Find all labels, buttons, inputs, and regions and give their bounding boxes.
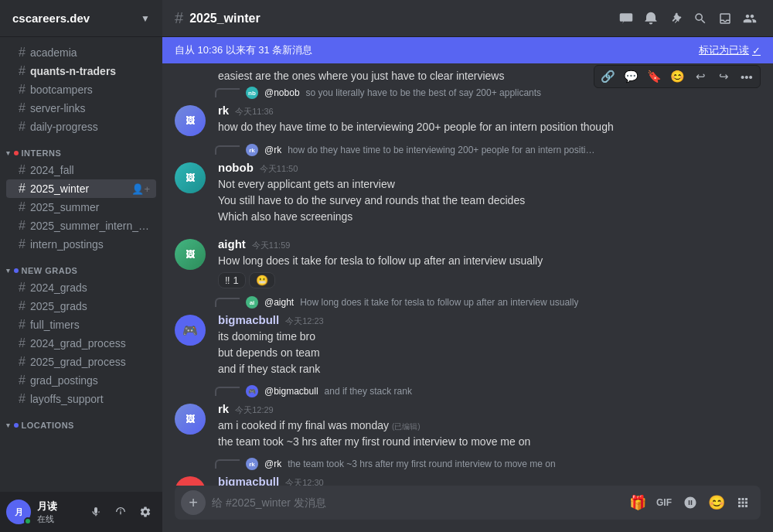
channel-name: intern_postings <box>30 238 150 251</box>
message-group-rk-2: 🖼 rk 今天12:29 am i cooked if my final was… <box>162 401 773 456</box>
hash-icon: # <box>19 182 26 196</box>
category-arrow-icon: ▾ <box>6 267 11 275</box>
mark-as-read-button[interactable]: 标记为已读 ✓ <box>699 43 761 57</box>
members-button[interactable] <box>739 8 761 29</box>
bookmark-button[interactable]: 🔖 <box>642 66 666 87</box>
avatar-rk-2: 🖼 <box>175 404 206 435</box>
message-time: 今天12:30 <box>285 477 324 486</box>
message-text-1: Not every applicant gets an interview <box>218 176 761 193</box>
avatar-img: 🖼 <box>186 249 195 260</box>
reaction-grimace[interactable]: 😬 <box>249 272 275 288</box>
message-text: how do they have time to be interviewing… <box>218 119 761 135</box>
sidebar-item-2025_grad_process[interactable]: # 2025_grad_process <box>6 353 156 371</box>
reply-line-icon <box>215 387 240 396</box>
message-header: rk 今天11:36 <box>218 104 761 118</box>
sidebar-item-server-links[interactable]: # server-links <box>6 99 156 118</box>
hash-icon: # <box>19 163 26 177</box>
reply-context-nobob: rk @rk how do they have time to be inter… <box>162 142 773 159</box>
reply-line-bigmacbull-2: rk @rk the team took ~3 hrs after my fir… <box>162 458 773 470</box>
hash-icon: # <box>19 336 26 350</box>
message-group-bigmacbull-2: B bigmacbull 今天12:30 <box>162 473 773 486</box>
settings-button[interactable] <box>135 501 156 523</box>
threads-button[interactable] <box>615 8 637 29</box>
gif-button[interactable]: GIF <box>652 491 676 514</box>
search-button[interactable] <box>690 8 711 29</box>
message-input[interactable] <box>212 489 620 517</box>
sidebar-item-2024_grad_process[interactable]: # 2024_grad_process <box>6 334 156 353</box>
sidebar-item-quants-n-traders[interactable]: # quants-n-traders <box>6 62 156 80</box>
reaction-count: 1 <box>233 275 239 286</box>
channel-header: # 2025_winter <box>162 0 773 37</box>
category-locations[interactable]: ▾ LOCATIONS <box>0 408 162 433</box>
reply-context-bigmacbull-2: rk @rk the team took ~3 hrs after my fir… <box>162 456 773 473</box>
add-member-icon[interactable]: 👤+ <box>131 183 150 195</box>
gift-button[interactable]: 🎁 <box>626 491 649 514</box>
sidebar-item-full_timers[interactable]: # full_timers <box>6 315 156 334</box>
sidebar-item-intern_postings[interactable]: # intern_postings <box>6 235 156 254</box>
emoji-button[interactable]: 💬 <box>619 66 642 87</box>
reply-username: @bigmacbull <box>264 386 318 397</box>
server-chevron-icon: ▼ <box>141 13 150 24</box>
channel-name: 2024_grads <box>30 281 150 294</box>
sidebar-item-2024_fall[interactable]: # 2024_fall <box>6 161 156 179</box>
reply-avatar: rk <box>246 458 258 470</box>
reply-line-bigmacbull: ai @aight How long does it take for tesl… <box>162 296 773 309</box>
avatar-img: 🖼 <box>186 115 195 126</box>
emoji2-button[interactable]: 😊 <box>666 66 689 87</box>
avatar-img: 🖼 <box>186 172 195 183</box>
add-attachment-button[interactable]: + <box>181 490 206 515</box>
message-header: bigmacbull 今天12:30 <box>218 475 761 486</box>
forward-button[interactable]: ↪ <box>712 66 735 87</box>
more-button[interactable]: ••• <box>735 66 758 87</box>
sidebar-item-bootcampers[interactable]: # bootcampers <box>6 80 156 99</box>
sidebar-item-2025_summer_intern_p[interactable]: # 2025_summer_intern_p... <box>6 217 156 235</box>
message-text-1: am i cooked if my final was monday(已编辑) <box>218 418 761 434</box>
avatar-bigmacbull: 🎮 <box>175 315 206 346</box>
reply-line-icon <box>215 459 240 469</box>
reply-line-rk: nb @nobob so you literally have to be th… <box>162 87 773 99</box>
react-button[interactable]: 🔗 <box>596 66 619 87</box>
channel-name: server-links <box>30 102 150 114</box>
sticker-button[interactable] <box>679 491 702 514</box>
pinned-messages-button[interactable] <box>665 8 686 29</box>
reply-username: @rk <box>264 459 281 469</box>
channel-name: grad_postings <box>30 374 150 387</box>
mute-button[interactable] <box>85 501 107 523</box>
reply-avatar: nb <box>246 87 258 99</box>
user-info: 月读 在线 <box>37 500 79 525</box>
hash-icon: # <box>19 392 26 406</box>
channel-name: 2025_grads <box>30 300 150 312</box>
sidebar-item-2025_grads[interactable]: # 2025_grads <box>6 297 156 315</box>
sidebar-item-2024_grads[interactable]: # 2024_grads <box>6 278 156 297</box>
user-controls <box>85 501 156 523</box>
hash-icon: # <box>19 83 26 97</box>
reaction-exclamation[interactable]: ‼ 1 <box>218 272 246 288</box>
sidebar-item-daily-progress[interactable]: # daily-progress <box>6 118 156 136</box>
notification-button[interactable] <box>640 8 662 29</box>
reaction-emoji: ‼ <box>225 275 230 286</box>
category-label: LOCATIONS <box>22 421 74 430</box>
messages-area[interactable]: 自从 10:36 以来有 31 条新消息 标记为已读 ✓ easiest are… <box>162 37 773 486</box>
category-arrow-icon: ▾ <box>6 149 11 157</box>
sidebar-item-2025_winter[interactable]: # 2025_winter 👤+ <box>6 179 156 198</box>
reply-username: @nobob <box>264 87 300 98</box>
sidebar-item-2025_summer[interactable]: # 2025_summer <box>6 198 156 217</box>
emoji-button[interactable]: 😊 <box>705 491 728 514</box>
message-time: 今天11:36 <box>235 106 274 118</box>
reply-button[interactable]: ↩ <box>689 66 712 87</box>
deafen-button[interactable] <box>110 501 131 523</box>
sidebar-item-layoffs_support[interactable]: # layoffs_support <box>6 390 156 408</box>
message-content-rk-1: rk 今天11:36 how do they have time to be i… <box>218 104 761 136</box>
category-new-grads[interactable]: ▾ NEW GRADS <box>0 254 162 278</box>
message-content-bigmacbull: bigmacbull 今天12:23 its dooming time bro … <box>218 313 761 377</box>
reply-message-text: how do they have time to be interviewing… <box>288 145 597 155</box>
inbox-button[interactable] <box>714 8 736 29</box>
sidebar-item-academia[interactable]: # academia <box>6 43 156 62</box>
server-header[interactable]: cscareers.dev ▼ <box>0 0 162 37</box>
sidebar-item-grad_postings[interactable]: # grad_postings <box>6 371 156 390</box>
hash-icon: # <box>19 237 26 251</box>
apps-button[interactable] <box>731 491 754 514</box>
category-interns[interactable]: ▾ INTERNS <box>0 136 162 161</box>
reply-username: @aight <box>264 297 294 308</box>
avatar: 月 <box>6 500 31 524</box>
